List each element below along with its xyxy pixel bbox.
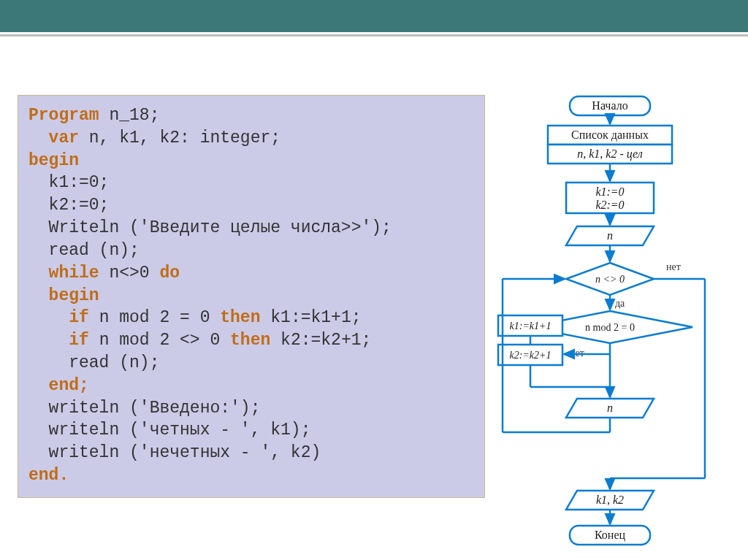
code-panel: Program n_18; var n, k1, k2: integer; be… — [18, 95, 485, 498]
kw-if2: if — [28, 331, 99, 350]
flow-mod: n mod 2 = 0 — [585, 322, 635, 333]
kw-do: do — [150, 264, 180, 283]
kw-program: Program — [28, 106, 99, 125]
kw-then2: then — [220, 331, 280, 350]
kw-if1: if — [28, 308, 99, 327]
flow-datalist: Список данных — [571, 129, 649, 142]
code-text: n_18; — [99, 106, 160, 125]
flow-init1: k1:=0 — [595, 185, 624, 198]
flow-init2: k2:=0 — [595, 199, 624, 211]
code-text: writeln ('нечетных - ', k2) — [28, 443, 321, 462]
kw-begin: begin — [28, 151, 79, 170]
flow-k2: k2:=k2+1 — [510, 350, 552, 361]
flow-input-n1: n — [607, 229, 613, 242]
code-text: k1:=0; — [28, 173, 109, 192]
kw-end2: end. — [28, 466, 69, 485]
kw-while: while — [28, 264, 109, 283]
flow-k1: k1:=k1+1 — [510, 321, 552, 331]
header-band — [0, 0, 748, 32]
flow-label-no1: нет — [666, 261, 681, 272]
flow-label-yes1: да — [615, 298, 625, 309]
code-text: n mod 2 <> 0 — [99, 331, 221, 350]
flow-vars: n, k1, k2 - цел — [577, 147, 643, 161]
code-text: writeln ('четных - ', k1); — [28, 421, 310, 440]
code-text: n, k1, k2: integer; — [79, 129, 280, 147]
code-text: k1:=k1+1; — [270, 308, 361, 327]
flowchart: Начало Список данных n, k1, k2 - цел k1:… — [497, 95, 738, 555]
code-text: n mod 2 = 0 — [99, 308, 210, 327]
kw-begin2: begin — [28, 286, 99, 305]
code-text: n<>0 — [109, 264, 149, 283]
kw-end1: end; — [28, 376, 89, 395]
code-text: read (n); — [28, 241, 140, 260]
flow-end: Конец — [595, 529, 626, 542]
code-text: Writeln ('Введите целые числа>>'); — [28, 218, 392, 237]
header-underline — [0, 34, 748, 37]
flow-cond: n <> 0 — [595, 274, 625, 285]
code-text: k2:=0; — [28, 196, 109, 215]
flow-input-n2: n — [607, 402, 613, 414]
flow-label-no2: нет — [570, 348, 584, 358]
code-text: writeln ('Введено:'); — [28, 399, 260, 418]
flow-output: k1, k2 — [596, 494, 624, 506]
kw-then1: then — [210, 308, 270, 327]
flow-start: Начало — [592, 99, 627, 112]
kw-var: var — [28, 129, 79, 147]
code-text: read (n); — [28, 353, 159, 372]
code-text: k2:=k2+1; — [280, 331, 371, 350]
